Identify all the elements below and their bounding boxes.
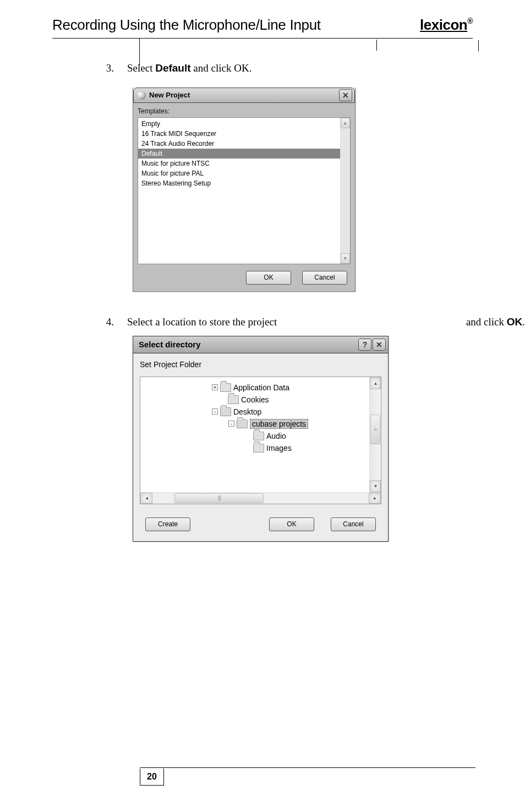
ok-button[interactable]: OK <box>269 517 314 531</box>
tree-item[interactable]: -cubase projects <box>140 418 369 430</box>
step-4: 4. Select a location to store the projec… <box>102 316 525 328</box>
step-text: Select Default and click OK. <box>127 62 251 75</box>
app-icon <box>137 91 146 100</box>
create-button[interactable]: Create <box>145 517 190 531</box>
scrollbar-thumb[interactable] <box>370 415 380 444</box>
brand-logo: lexicon® <box>420 17 473 34</box>
list-item[interactable]: Stereo Mastering Setup <box>140 178 340 188</box>
list-item[interactable]: Music for picture NTSC <box>140 159 340 168</box>
dialog-title: New Project <box>149 91 339 99</box>
collapse-icon[interactable]: - <box>228 421 234 427</box>
folder-icon <box>228 395 239 404</box>
scrollbar-vertical[interactable]: ▴ ▾ <box>369 377 381 492</box>
select-directory-dialog: Select directory ? ✕ Set Project Folder … <box>133 336 389 542</box>
step-3: 3. Select Default and click OK. <box>102 62 525 75</box>
ok-button[interactable]: OK <box>246 271 291 285</box>
tree-item[interactable]: Images <box>140 442 369 454</box>
folder-tree[interactable]: +Application DataCookies-Desktop-cubase … <box>140 377 381 504</box>
scrollbar-vertical[interactable]: ▴ ▾ <box>340 118 350 264</box>
tree-item[interactable]: +Application Data <box>140 382 369 394</box>
scroll-up-icon[interactable]: ▴ <box>370 377 381 389</box>
step-number: 4. <box>102 316 114 328</box>
scroll-up-icon[interactable]: ▴ <box>341 118 350 128</box>
cancel-button[interactable]: Cancel <box>302 271 347 285</box>
tree-item-label: Application Data <box>233 383 289 392</box>
list-item[interactable]: Music for picture PAL <box>140 168 340 178</box>
scrollbar-thumb[interactable] <box>174 493 264 503</box>
folder-icon <box>253 432 264 440</box>
close-icon[interactable]: ✕ <box>373 339 386 351</box>
close-icon[interactable]: ✕ <box>339 89 352 101</box>
tree-item[interactable]: Cookies <box>140 394 369 406</box>
templates-label: Templates: <box>138 107 351 115</box>
page-number: 20 <box>140 769 164 786</box>
folder-icon <box>253 444 264 453</box>
folder-icon <box>237 419 248 428</box>
folder-icon <box>220 407 231 416</box>
vertical-rule <box>139 39 140 65</box>
list-item[interactable]: Default <box>138 149 340 159</box>
help-icon[interactable]: ? <box>358 339 371 351</box>
tree-item-label: cubase projects <box>250 419 308 429</box>
step-text-right: and click OK. <box>466 316 525 328</box>
step-text: Select a location to store the project <box>127 316 277 328</box>
section-title: Recording Using the Microphone/Line Inpu… <box>52 17 321 34</box>
footer-rule <box>140 767 475 768</box>
tree-item[interactable]: Audio <box>140 430 369 442</box>
dialog-title: Select directory <box>139 340 358 349</box>
collapse-icon[interactable]: - <box>212 408 218 415</box>
scroll-down-icon[interactable]: ▾ <box>370 480 381 492</box>
titlebar: Select directory ? ✕ <box>133 336 388 353</box>
tree-item-label: Images <box>266 444 292 453</box>
expand-icon[interactable]: + <box>212 384 218 390</box>
step-number: 3. <box>102 62 114 75</box>
templates-listbox[interactable]: Empty16 Track MIDI Sequenzer24 Track Aud… <box>138 117 351 264</box>
tree-item-label: Desktop <box>233 407 261 416</box>
vertical-rule-right <box>478 40 479 51</box>
list-item[interactable]: 24 Track Audio Recorder <box>140 139 340 149</box>
vertical-rule-left-of-brand <box>376 40 377 51</box>
scroll-down-icon[interactable]: ▾ <box>341 253 350 264</box>
folder-icon <box>220 383 231 392</box>
set-project-folder-label: Set Project Folder <box>140 360 381 369</box>
cancel-button[interactable]: Cancel <box>331 517 376 531</box>
tree-item-label: Cookies <box>241 395 269 404</box>
tree-item-label: Audio <box>266 432 286 440</box>
scrollbar-horizontal[interactable]: ◂ ▸ <box>140 492 381 504</box>
new-project-dialog: New Project ✕ Templates: Empty16 Track M… <box>133 88 356 292</box>
titlebar: New Project ✕ <box>133 88 355 103</box>
scroll-left-icon[interactable]: ◂ <box>140 493 152 504</box>
list-item[interactable]: Empty <box>140 119 340 129</box>
tree-item[interactable]: -Desktop <box>140 406 369 418</box>
scroll-right-icon[interactable]: ▸ <box>369 493 381 504</box>
list-item[interactable]: 16 Track MIDI Sequenzer <box>140 129 340 139</box>
